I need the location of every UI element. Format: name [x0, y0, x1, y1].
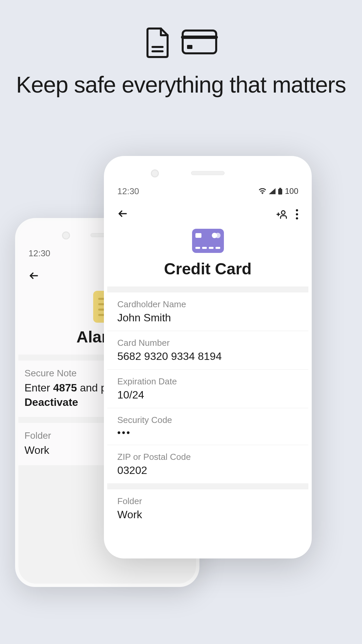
field-label: Card Number — [117, 338, 298, 348]
separator — [107, 483, 308, 489]
status-time: 12:30 — [117, 186, 139, 197]
zip-field[interactable]: ZIP or Postal Code 03202 — [107, 445, 308, 483]
more-menu-button[interactable] — [296, 209, 298, 221]
field-label: Folder — [117, 496, 298, 506]
svg-rect-2 — [183, 31, 216, 53]
card-number-field[interactable]: Card Number 5682 9320 9334 8194 — [107, 331, 308, 370]
svg-rect-7 — [279, 188, 281, 189]
svg-point-12 — [296, 209, 298, 212]
status-icons: 100 — [259, 186, 298, 196]
back-button[interactable] — [117, 208, 128, 222]
camera-dot — [151, 169, 159, 177]
headline: Keep safe everything that matters — [0, 72, 362, 97]
hero-icons — [0, 0, 362, 59]
field-value: John Smith — [117, 312, 298, 324]
battery-text: 100 — [285, 186, 298, 196]
status-time: 12:30 — [28, 248, 50, 259]
field-value: 03202 — [117, 464, 298, 477]
back-button[interactable] — [28, 270, 39, 284]
document-icon — [144, 25, 171, 59]
signal-icon — [269, 188, 276, 194]
field-value: Work — [117, 508, 298, 521]
app-header — [107, 201, 308, 229]
phone-mockup-front: 12:30 100 — [104, 156, 312, 558]
add-person-button[interactable] — [277, 209, 287, 221]
cardholder-field[interactable]: Cardholder Name John Smith — [107, 292, 308, 331]
security-code-field[interactable]: Security Code ••• — [107, 408, 308, 445]
folder-field[interactable]: Folder Work — [107, 489, 308, 528]
svg-point-14 — [296, 217, 298, 220]
battery-icon — [278, 188, 282, 195]
field-label: Cardholder Name — [117, 299, 298, 310]
credit-card-icon — [181, 29, 218, 55]
page-title: Credit Card — [107, 260, 308, 278]
status-bar: 12:30 100 — [107, 184, 308, 198]
field-label: ZIP or Postal Code — [117, 452, 298, 462]
svg-rect-6 — [278, 189, 282, 195]
svg-point-9 — [282, 211, 285, 214]
credit-card-app-icon — [192, 229, 224, 253]
field-value: 10/24 — [117, 389, 298, 401]
expiry-field[interactable]: Expiration Date 10/24 — [107, 370, 308, 408]
svg-rect-4 — [187, 45, 192, 49]
svg-point-13 — [296, 213, 298, 216]
field-value: ••• — [117, 427, 298, 438]
wifi-icon — [259, 188, 266, 194]
speaker-grille — [191, 171, 225, 175]
camera-dot — [62, 231, 70, 239]
field-value: 5682 9320 9334 8194 — [117, 350, 298, 363]
field-label: Expiration Date — [117, 376, 298, 387]
separator — [107, 286, 308, 292]
field-label: Security Code — [117, 415, 298, 425]
